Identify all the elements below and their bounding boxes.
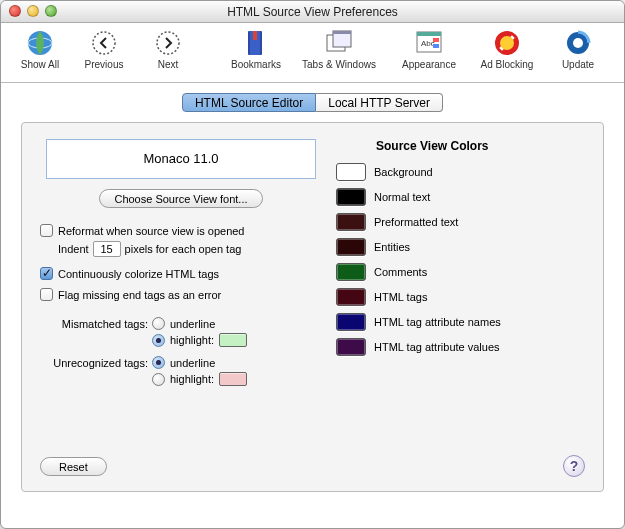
label-colorize: Continuously colorize HTML tags bbox=[58, 268, 219, 280]
colorwell-attr-values[interactable] bbox=[336, 338, 366, 356]
toolbar-label: Previous bbox=[85, 59, 124, 70]
radio-mismatched-highlight[interactable] bbox=[152, 334, 165, 347]
arrow-right-icon bbox=[152, 27, 184, 59]
toolbar-update[interactable]: Update bbox=[549, 27, 607, 70]
help-button[interactable]: ? bbox=[563, 455, 585, 477]
colorwell-background[interactable] bbox=[336, 163, 366, 181]
choose-font-button[interactable]: Choose Source View font... bbox=[99, 189, 262, 208]
appearance-icon: Abc bbox=[413, 27, 445, 59]
label-underline: underline bbox=[170, 357, 215, 369]
label-color-preformatted: Preformatted text bbox=[374, 216, 458, 228]
tab-html-source-editor[interactable]: HTML Source Editor bbox=[182, 93, 316, 112]
checkbox-colorize[interactable] bbox=[40, 267, 53, 280]
zoom-icon[interactable] bbox=[45, 5, 57, 17]
svg-rect-11 bbox=[417, 32, 441, 36]
label-underline: underline bbox=[170, 318, 215, 330]
toolbar-label: Bookmarks bbox=[231, 59, 281, 70]
minimize-icon[interactable] bbox=[27, 5, 39, 17]
update-icon bbox=[562, 27, 594, 59]
svg-point-17 bbox=[500, 36, 514, 50]
radio-mismatched-underline[interactable] bbox=[152, 317, 165, 330]
toolbar-label: Appearance bbox=[402, 59, 456, 70]
checkbox-flag-missing[interactable] bbox=[40, 288, 53, 301]
label-flag-missing: Flag missing end tags as an error bbox=[58, 289, 221, 301]
indent-input[interactable] bbox=[93, 241, 121, 257]
toolbar-label: Next bbox=[158, 59, 179, 70]
label-color-attrvalues: HTML tag attribute values bbox=[374, 341, 500, 353]
label-mismatched: Mismatched tags: bbox=[36, 318, 148, 330]
arrow-left-icon bbox=[88, 27, 120, 59]
swatch-mismatched[interactable] bbox=[219, 333, 247, 347]
toolbar-tabs-windows[interactable]: Tabs & Windows bbox=[291, 27, 387, 70]
svg-rect-9 bbox=[333, 31, 351, 34]
svg-text:Abc: Abc bbox=[421, 39, 435, 48]
label-color-background: Background bbox=[374, 166, 433, 178]
colorwell-attr-names[interactable] bbox=[336, 313, 366, 331]
radio-unrecognized-underline[interactable] bbox=[152, 356, 165, 369]
label-color-normal: Normal text bbox=[374, 191, 430, 203]
window-title: HTML Source View Preferences bbox=[8, 5, 617, 19]
tabs-windows-icon bbox=[323, 27, 355, 59]
toolbar-previous[interactable]: Previous bbox=[75, 27, 133, 70]
label-indent-suffix: pixels for each open tag bbox=[125, 243, 242, 255]
svg-rect-14 bbox=[433, 44, 439, 48]
colorwell-preformatted-text[interactable] bbox=[336, 213, 366, 231]
reset-button[interactable]: Reset bbox=[40, 457, 107, 476]
label-highlight: highlight: bbox=[170, 334, 214, 346]
radio-unrecognized-highlight[interactable] bbox=[152, 373, 165, 386]
checkbox-reformat[interactable] bbox=[40, 224, 53, 237]
heading-source-view-colors: Source View Colors bbox=[376, 139, 589, 153]
tab-local-http-server[interactable]: Local HTTP Server bbox=[316, 93, 443, 112]
toolbar-label: Update bbox=[562, 59, 594, 70]
ad-blocking-icon bbox=[491, 27, 523, 59]
close-icon[interactable] bbox=[9, 5, 21, 17]
svg-rect-13 bbox=[433, 38, 439, 42]
svg-point-3 bbox=[157, 32, 179, 54]
label-highlight: highlight: bbox=[170, 373, 214, 385]
colorwell-entities[interactable] bbox=[336, 238, 366, 256]
toolbar-next[interactable]: Next bbox=[139, 27, 197, 70]
label-color-htmltags: HTML tags bbox=[374, 291, 427, 303]
swatch-unrecognized[interactable] bbox=[219, 372, 247, 386]
label-unrecognized: Unrecognized tags: bbox=[36, 351, 148, 369]
toolbar-label: Show All bbox=[21, 59, 59, 70]
font-display: Monaco 11.0 bbox=[46, 139, 316, 179]
svg-rect-6 bbox=[253, 31, 257, 40]
colorwell-comments[interactable] bbox=[336, 263, 366, 281]
colorwell-normal-text[interactable] bbox=[336, 188, 366, 206]
label-reformat: Reformat when source view is opened bbox=[58, 225, 244, 237]
globe-icon bbox=[24, 27, 56, 59]
svg-point-19 bbox=[573, 38, 583, 48]
toolbar-ad-blocking[interactable]: Ad Blocking bbox=[471, 27, 543, 70]
toolbar-label: Ad Blocking bbox=[481, 59, 534, 70]
label-color-comments: Comments bbox=[374, 266, 427, 278]
svg-point-2 bbox=[93, 32, 115, 54]
label-color-entities: Entities bbox=[374, 241, 410, 253]
label-indent-prefix: Indent bbox=[58, 243, 89, 255]
toolbar-label: Tabs & Windows bbox=[302, 59, 376, 70]
toolbar-bookmarks[interactable]: Bookmarks bbox=[227, 27, 285, 70]
toolbar-show-all[interactable]: Show All bbox=[11, 27, 69, 70]
book-icon bbox=[240, 27, 272, 59]
label-color-attrnames: HTML tag attribute names bbox=[374, 316, 501, 328]
colorwell-html-tags[interactable] bbox=[336, 288, 366, 306]
toolbar-appearance[interactable]: Abc Appearance bbox=[393, 27, 465, 70]
